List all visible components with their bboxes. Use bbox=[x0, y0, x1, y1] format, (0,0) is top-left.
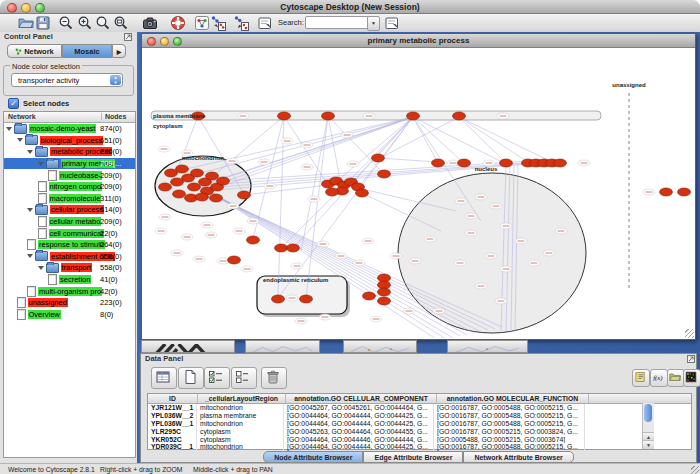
graph-node[interactable] bbox=[228, 256, 241, 264]
export-snapshot-icon[interactable] bbox=[142, 15, 158, 31]
window-titlebar[interactable]: Cytoscape Desktop (New Session) bbox=[0, 0, 700, 14]
graph-node[interactable] bbox=[372, 154, 385, 162]
graph-node[interactable] bbox=[191, 169, 204, 177]
graph-node[interactable] bbox=[378, 297, 391, 305]
attribute-table-header[interactable]: ID _cellularLayoutRegion annotation.GO C… bbox=[148, 394, 691, 404]
graph-node[interactable] bbox=[278, 112, 291, 120]
tab-mosaic[interactable]: Mosaic bbox=[62, 44, 112, 58]
graph-node[interactable] bbox=[407, 112, 420, 120]
graph-node[interactable] bbox=[432, 159, 445, 167]
scrollbar-thumb[interactable] bbox=[644, 404, 652, 422]
tab-overflow-button[interactable]: ▶ bbox=[112, 44, 126, 58]
network-window-resize-grip[interactable] bbox=[685, 329, 694, 338]
graph-node[interactable] bbox=[554, 159, 567, 167]
tree-row[interactable]: metabolic process280(0) bbox=[4, 146, 135, 158]
expand-triangle-icon[interactable] bbox=[6, 127, 12, 131]
select-attributes-button[interactable] bbox=[151, 367, 177, 389]
expand-triangle-icon[interactable] bbox=[38, 266, 44, 270]
zoom-out-icon[interactable] bbox=[58, 15, 74, 31]
expand-triangle-icon[interactable] bbox=[38, 162, 44, 166]
graph-node[interactable] bbox=[238, 191, 251, 199]
graph-node[interactable] bbox=[356, 189, 369, 197]
graph-node[interactable] bbox=[378, 288, 391, 296]
table-row[interactable]: YKR052Ccytoplasm[GO:0044464, GO:0044446,… bbox=[148, 436, 691, 444]
tree-row[interactable]: mosaic-demo-yeast874(0) bbox=[4, 123, 135, 135]
tree-row[interactable]: establishment of lo558(0) bbox=[4, 251, 135, 263]
graph-node[interactable] bbox=[275, 244, 288, 252]
tree-row[interactable]: cellular metabo209(0) bbox=[4, 216, 135, 228]
save-session-icon[interactable] bbox=[35, 15, 51, 31]
tree-row[interactable]: transport558(0) bbox=[4, 262, 135, 274]
background-window-thumbnail[interactable] bbox=[245, 340, 320, 353]
graph-node[interactable] bbox=[363, 292, 376, 300]
tree-row[interactable]: cellular process614(0) bbox=[4, 204, 135, 216]
select-all-attributes-button[interactable] bbox=[204, 367, 230, 389]
advanced-search-icon[interactable] bbox=[384, 15, 400, 31]
tree-row[interactable]: macromolecule311(0) bbox=[4, 193, 135, 205]
graph-node[interactable] bbox=[500, 159, 513, 167]
attribute-notes-button[interactable] bbox=[632, 369, 650, 387]
graph-node[interactable] bbox=[660, 188, 673, 196]
region-plasma-membrane[interactable] bbox=[151, 111, 601, 120]
float-panel-icon[interactable] bbox=[124, 33, 132, 41]
zoom-fit-icon[interactable] bbox=[113, 15, 129, 31]
tab-network[interactable]: Network bbox=[7, 44, 62, 58]
edit-network-properties-icon[interactable] bbox=[257, 15, 273, 31]
graph-node[interactable] bbox=[678, 188, 691, 196]
graph-node[interactable] bbox=[378, 170, 391, 178]
network-window-titlebar[interactable]: primary metabolic process bbox=[142, 34, 695, 48]
graph-node[interactable] bbox=[247, 236, 260, 244]
tab-edge-attribute-browser[interactable]: Edge Attribute Browser bbox=[363, 451, 463, 463]
graph-node[interactable] bbox=[159, 183, 172, 191]
tree-row[interactable]: response to stimulu264(0) bbox=[4, 239, 135, 251]
tree-row[interactable]: secretion41(0) bbox=[4, 274, 135, 286]
graph-node[interactable] bbox=[217, 177, 230, 185]
graph-node[interactable] bbox=[173, 190, 186, 198]
cytopanel-network-icon[interactable] bbox=[194, 15, 210, 31]
export-network-annotation-icon[interactable] bbox=[233, 15, 249, 31]
expand-triangle-icon[interactable] bbox=[27, 150, 33, 154]
tab-node-attribute-browser[interactable]: Node Attribute Browser bbox=[263, 451, 363, 463]
expand-triangle-icon[interactable] bbox=[27, 254, 33, 258]
tree-row[interactable]: biological_process651(0) bbox=[4, 135, 135, 147]
tree-row[interactable]: cell communicat22(0) bbox=[4, 227, 135, 239]
import-network-annotation-icon[interactable] bbox=[210, 15, 226, 31]
graph-node[interactable] bbox=[210, 194, 223, 202]
table-row[interactable]: YPL036W__2plasma membrane[GO:0044464, GO… bbox=[148, 412, 691, 420]
expand-triangle-icon[interactable] bbox=[27, 208, 33, 212]
expand-triangle-icon[interactable] bbox=[17, 138, 23, 142]
graph-node[interactable] bbox=[287, 244, 300, 252]
graph-node[interactable] bbox=[272, 295, 285, 303]
network-canvas[interactable]: plasma membranecytoplasmmitochondrionnuc… bbox=[143, 48, 694, 338]
tab-network-attribute-browser[interactable]: Network Attribute Browser bbox=[463, 451, 573, 463]
float-panel-icon[interactable] bbox=[687, 355, 695, 363]
delete-attribute-button[interactable] bbox=[261, 367, 287, 389]
unselect-all-attributes-button[interactable] bbox=[231, 367, 257, 389]
background-window-thumbnail[interactable] bbox=[343, 340, 417, 353]
graph-node[interactable] bbox=[196, 193, 209, 201]
tree-row[interactable]: primary metabo209(... bbox=[4, 158, 135, 170]
graph-node[interactable] bbox=[322, 112, 335, 120]
table-scrollbar[interactable]: ▲ ▼ bbox=[642, 403, 654, 449]
open-file-icon[interactable] bbox=[18, 15, 34, 31]
graph-node[interactable] bbox=[326, 188, 339, 196]
formula-builder-button[interactable]: f(x) bbox=[650, 369, 668, 387]
network-view-window[interactable]: primary metabolic process plasma membran… bbox=[141, 33, 696, 340]
tree-row[interactable]: unassigned223(0) bbox=[4, 297, 135, 309]
create-new-attribute-button[interactable] bbox=[178, 367, 204, 389]
search-dropdown-button[interactable]: ▼ bbox=[367, 16, 380, 31]
background-window-thumbnail[interactable] bbox=[141, 340, 235, 353]
node-color-select[interactable]: transporter activity ▲▼ bbox=[11, 73, 123, 87]
zoom-selected-region-icon[interactable] bbox=[95, 15, 111, 31]
mosaic-heatmap-button[interactable] bbox=[683, 369, 700, 387]
window-resize-grip[interactable] bbox=[691, 466, 699, 474]
scroll-down-button[interactable]: ▼ bbox=[643, 440, 654, 449]
graph-node[interactable] bbox=[453, 112, 466, 120]
tree-row[interactable]: nucleobase-209(0) bbox=[4, 169, 135, 181]
table-row[interactable]: YLR295Ccytoplasm[GO:0045263, GO:0044464,… bbox=[148, 428, 691, 436]
graph-node[interactable] bbox=[300, 295, 313, 303]
tree-row[interactable]: nitrogen compo209(0) bbox=[4, 181, 135, 193]
graph-node[interactable] bbox=[458, 159, 471, 167]
select-nodes-checkbox[interactable]: ✓ bbox=[8, 98, 19, 109]
tree-header[interactable]: Network Nodes bbox=[4, 112, 135, 123]
